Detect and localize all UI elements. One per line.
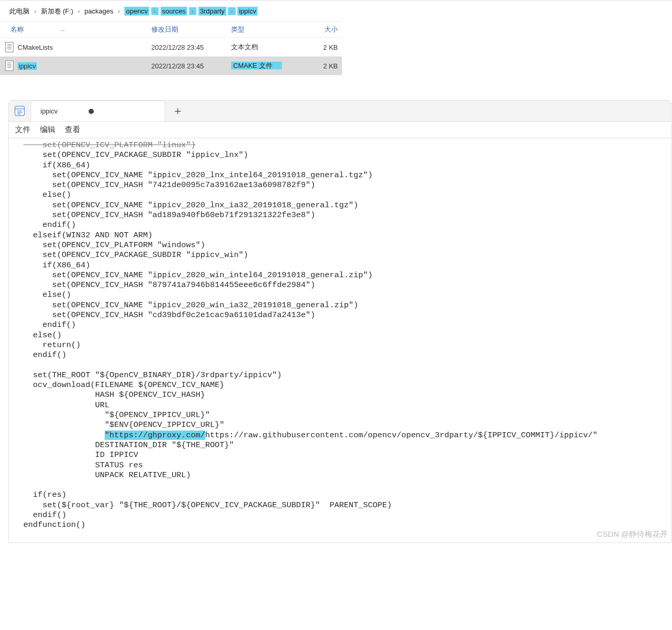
tab-ippicv[interactable]: ippicv <box>31 101 165 121</box>
code-line: else() <box>23 190 71 199</box>
crumb-this-pc[interactable]: 此电脑 <box>9 7 30 15</box>
file-type: 文本文档 <box>231 42 301 52</box>
code-line: if(X86_64) <box>23 261 90 270</box>
crumb-sep: › <box>115 7 122 15</box>
file-size: 2 KB <box>301 62 341 70</box>
code-line: if(X86_64) <box>23 161 90 170</box>
code-line: if(res) <box>23 490 66 499</box>
code-line: set(THE_ROOT "${OpenCV_BINARY_DIR}/3rdpa… <box>23 370 282 380</box>
file-date: 2022/12/28 23:45 <box>151 62 231 70</box>
code-line: HASH ${OPENCV_ICV_HASH} <box>23 390 205 399</box>
file-row-ippicv[interactable]: ippicv 2022/12/28 23:45 CMAKE 文件 2 KB <box>0 56 342 75</box>
code-line: set(OPENCV_ICV_NAME "ippicv_2020_lnx_ia3… <box>23 201 359 210</box>
code-line: endif() <box>23 320 76 330</box>
code-line: "${OPENCV_IPPICV_URL}" <box>23 410 210 420</box>
code-line: else() <box>23 290 71 299</box>
menu-view[interactable]: 查看 <box>65 125 80 135</box>
text-file-icon <box>5 61 13 71</box>
file-list-header[interactable]: 名称︿ 修改日期 类型 大小 <box>0 21 342 38</box>
col-header-size[interactable]: 大小 <box>301 25 341 34</box>
code-line: set(OPENCV_ICV_NAME "ippicv_2020_lnx_int… <box>23 170 373 180</box>
new-tab-button[interactable]: ＋ <box>165 101 190 121</box>
breadcrumb[interactable]: 此电脑 › 新加卷 (F:) › packages › opencv › sou… <box>0 5 672 21</box>
sort-indicator-icon: ︿ <box>24 27 65 33</box>
code-line: set(OPENCV_ICV_PACKAGE_SUBDIR "ippicv_ln… <box>23 150 248 160</box>
highlighted-url: "https://ghproxy.com/ <box>105 431 205 440</box>
crumb-3rdparty[interactable]: 3rdparty <box>198 7 226 16</box>
menu-edit[interactable]: 编辑 <box>40 125 55 135</box>
crumb-sep: › <box>32 7 39 15</box>
code-line: https://raw.githubusercontent.com/opencv… <box>205 431 597 440</box>
code-line: endfunction() <box>23 520 85 529</box>
crumb-drive[interactable]: 新加卷 (F:) <box>41 7 74 15</box>
code-line <box>23 431 105 440</box>
tab-modified-indicator-icon[interactable] <box>89 109 94 114</box>
notepad-window: ippicv ＋ 文件 编辑 查看 set(OPENCV_ICV_PLATFOR… <box>8 100 671 543</box>
code-line: endif() <box>23 220 76 230</box>
file-list: 名称︿ 修改日期 类型 大小 CMakeLists 2022/12/28 23:… <box>0 21 342 75</box>
code-line: set(OPENCV_ICV_PACKAGE_SUBDIR "ippicv_wi… <box>23 250 248 260</box>
file-date: 2022/12/28 23:45 <box>151 44 231 51</box>
code-line: DESTINATION_DIR "${THE_ROOT}" <box>23 440 234 450</box>
code-line: return() <box>23 340 81 350</box>
file-name: ippicv <box>18 62 37 70</box>
crumb-opencv[interactable]: opencv <box>124 7 149 16</box>
watermark-text: CSDN @静待梅花开 <box>597 529 668 539</box>
tab-bar: ippicv ＋ <box>9 101 671 121</box>
code-line: endif() <box>23 350 66 360</box>
code-line: set(OPENCV_ICV_PLATFORM "linux") <box>23 140 196 150</box>
code-line: STATUS res <box>23 461 143 470</box>
code-line: ocv_download(FILENAME ${OPENCV_ICV_NAME} <box>23 380 224 390</box>
col-header-type[interactable]: 类型 <box>231 25 301 34</box>
col-header-name[interactable]: 名称︿ <box>0 25 151 34</box>
code-line: "$ENV{OPENCV_IPPICV_URL}" <box>23 420 224 429</box>
code-line: set(OPENCV_ICV_HASH "ad189a940fb60eb71f2… <box>23 210 315 220</box>
crumb-packages[interactable]: packages <box>84 7 113 15</box>
editor-content[interactable]: set(OPENCV_ICV_PLATFORM "linux") set(OPE… <box>9 138 671 542</box>
tab-label: ippicv <box>40 107 58 115</box>
crumb-sep: › <box>75 7 82 15</box>
menu-file[interactable]: 文件 <box>15 125 31 135</box>
code-line: set(OPENCV_ICV_HASH "879741a7946b814455e… <box>23 280 315 290</box>
file-name: CMakeLists <box>18 44 53 51</box>
code-line: set(${root_var} "${THE_ROOT}/${OPENCV_IC… <box>23 500 392 510</box>
code-line: URL <box>23 400 109 410</box>
code-line: set(OPENCV_ICV_PLATFORM "windows") <box>23 240 205 250</box>
file-type: CMAKE 文件 <box>231 61 301 70</box>
code-line: else() <box>23 331 62 340</box>
code-line: ID IPPICV <box>23 450 138 460</box>
crumb-ippicv[interactable]: ippicv <box>237 7 258 16</box>
code-line: endif() <box>23 510 66 520</box>
code-line: UNPACK RELATIVE_URL) <box>23 470 191 480</box>
file-explorer: 此电脑 › 新加卷 (F:) › packages › opencv › sou… <box>0 0 672 75</box>
notepad-app-icon <box>9 101 31 121</box>
menu-bar: 文件 编辑 查看 <box>9 121 671 138</box>
code-line: elseif(WIN32 AND NOT ARM) <box>23 231 152 240</box>
text-file-icon <box>5 42 13 52</box>
file-size: 2 KB <box>301 44 341 51</box>
crumb-sources[interactable]: sources <box>161 7 188 16</box>
code-line: set(OPENCV_ICV_NAME "ippicv_2020_win_int… <box>23 270 373 280</box>
file-row-cmakelists[interactable]: CMakeLists 2022/12/28 23:45 文本文档 2 KB <box>0 38 342 56</box>
code-line: set(OPENCV_ICV_NAME "ippicv_2020_win_ia3… <box>23 300 359 310</box>
crumb-sep: › <box>228 7 235 15</box>
crumb-sep: › <box>151 7 159 15</box>
crumb-sep: › <box>189 7 196 15</box>
col-header-date[interactable]: 修改日期 <box>151 25 231 34</box>
code-line: set(OPENCV_ICV_HASH "cd39bdf0c2e1cac9a61… <box>23 310 315 320</box>
code-line: set(OPENCV_ICV_HASH "7421de0095c7a39162a… <box>23 180 315 190</box>
